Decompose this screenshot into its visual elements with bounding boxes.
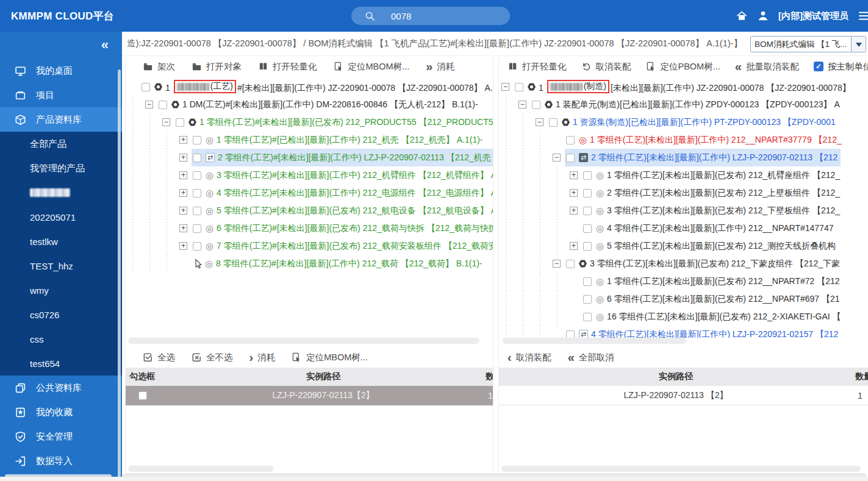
node-checkbox[interactable] xyxy=(193,207,201,215)
locate-mbom-tree-button[interactable]: 定位MBOM树... xyxy=(334,61,410,73)
sidebar-item-cs0726[interactable]: cs0726 xyxy=(0,302,122,327)
node-checkbox[interactable] xyxy=(583,242,592,251)
tree-node[interactable]: −1 装配单元(制造)[已检出][最新](工作中) ZPDY-000123 【Z… xyxy=(501,96,868,113)
sidebar-item-test654[interactable]: test654 xyxy=(0,351,122,376)
tree-node[interactable]: +◎5 零组件(工艺)[未检出][最新](已发布) 212_测控天线折叠机构 xyxy=(501,237,868,255)
batch-cancel-assembly-button[interactable]: «批量取消装配 xyxy=(735,61,799,73)
tree-node-body[interactable]: ◎4 零组件(工艺)[未检出][最新](工作中) 212__NPART#1477… xyxy=(582,219,836,237)
node-checkbox[interactable] xyxy=(583,224,592,233)
expand-toggle[interactable]: + xyxy=(179,189,187,197)
tree-node[interactable]: −1 (制造)[未检出][最新](工作中) JZ-220901-00078 【J… xyxy=(501,78,868,96)
collapse-toggle[interactable]: − xyxy=(162,118,170,126)
expand-toggle[interactable]: + xyxy=(570,171,578,179)
tree-node[interactable]: ⇄4 零组件(工艺)[未检出][最新](工作中) LZJ-P-220921-02… xyxy=(501,326,868,338)
current-user-label[interactable]: [内部]测试管理员 xyxy=(778,10,848,22)
cancel-assembly-button[interactable]: 取消装配 xyxy=(581,61,631,73)
tree-node-body[interactable]: ◎4 零组件(工艺)#[未检出][最新](工作中) 212_电源组件 【212_… xyxy=(192,184,493,202)
row-checkbox[interactable] xyxy=(138,391,147,400)
sidebar-item-public-library[interactable]: 公共资料库 xyxy=(0,376,122,400)
tree-node[interactable]: −1 DM(工艺)#[未检出][最新](工作中) DM-220816-00846… xyxy=(128,96,493,113)
search-input[interactable]: 0078 xyxy=(391,11,411,21)
expand-toggle[interactable]: + xyxy=(179,171,187,179)
tree-node-body[interactable]: 3 零组件(工艺)[未检出][最新](已发布) 212_下蒙皮组件 【212_下… xyxy=(565,255,843,273)
breadcrumb[interactable]: 造):JZ-220901-00078 【JZ-220901-00078】 / B… xyxy=(127,38,743,49)
tree-node[interactable]: ◎1 零组件(工艺)[未检出][最新](已发布) 212__NPART#72 【… xyxy=(501,273,868,290)
tree-node-body[interactable]: ◎1 零组件(工艺)#[已检出][最新](工作中) 212_机壳 【212_机壳… xyxy=(192,131,486,149)
tree-node-body[interactable]: ◎1 零组件(工艺)[未检出][最新](已发布) 212_机臂座组件 【212_ xyxy=(582,166,843,184)
open-lightweight-button[interactable]: 打开轻量化 xyxy=(258,61,317,73)
tree-node-body[interactable]: ◎3 零组件(工艺)#[未检出][最新](工作中) 212_机臂组件 【212_… xyxy=(192,166,493,184)
tree-node[interactable]: ◎16 零组件(工艺)[未检出][最新](已发布) 212_2-XIAKETI-… xyxy=(501,308,868,326)
cancel-all-button[interactable]: «全部取消 xyxy=(568,352,614,363)
tree-node[interactable]: +◎1 零组件(工艺)#[已检出][最新](工作中) 212_机壳 【212_机… xyxy=(128,131,493,149)
tree-node[interactable]: ◎1 零组件(工艺)[未检出][最新](工作中) 212__NPART#3777… xyxy=(501,131,868,149)
node-checkbox[interactable] xyxy=(583,189,592,198)
tree-node[interactable]: +◎4 零组件(工艺)#[未检出][最新](工作中) 212_电源组件 【212… xyxy=(128,184,493,202)
collapse-toggle[interactable]: − xyxy=(553,154,561,162)
left-panel-horizontal-scrollbar[interactable] xyxy=(128,466,490,472)
tree-node[interactable]: +◎1 零组件(工艺)[未检出][最新](已发布) 212_机臂座组件 【212… xyxy=(501,166,868,184)
node-checkbox[interactable] xyxy=(566,330,575,338)
tree-node[interactable]: +◎5 零组件(工艺)#[未检出][最新](已发布) 212_航电设备 【212… xyxy=(128,202,493,219)
expand-toggle[interactable]: + xyxy=(570,207,578,215)
node-checkbox[interactable] xyxy=(583,295,592,304)
tree-node-body[interactable]: ◎5 零组件(工艺)[未检出][最新](已发布) 212_测控天线折叠机构 xyxy=(582,237,839,255)
home-icon[interactable] xyxy=(736,10,748,22)
collapse-toggle[interactable]: − xyxy=(536,118,543,126)
tree-node[interactable]: −⇄2 零组件(工艺)[未检出][最新](工作中) LZJ-P-220907-0… xyxy=(501,149,868,166)
sidebar-collapse-button[interactable]: « xyxy=(0,32,122,59)
sidebar-item-wmy[interactable]: wmy xyxy=(0,278,122,302)
tree-node[interactable]: ◎6 零组件(工艺)[未检出][最新](已发布) 212__NPART#697 … xyxy=(501,290,868,308)
tree-node[interactable]: −1 零组件(工艺)#[未检出][最新](已发布) 212_PRODUCT55 … xyxy=(128,113,493,131)
tree-node-body[interactable]: ◎16 零组件(工艺)[未检出][最新](已发布) 212_2-XIAKETI-… xyxy=(582,308,844,326)
node-checkbox[interactable] xyxy=(193,136,201,144)
node-checkbox[interactable] xyxy=(532,101,540,109)
tree-node-body[interactable]: ◎3 零组件(工艺)[未检出][最新](已发布) 212_下壁板组件 【212_ xyxy=(582,202,843,219)
tree-node[interactable]: +◎7 零组件(工艺)#[未检出][最新](已发布) 212_载荷安装板组件 【… xyxy=(128,237,493,255)
node-checkbox[interactable] xyxy=(193,224,201,233)
tree-node-body[interactable]: ◎1 零组件(工艺)[未检出][最新](工作中) 212__NPART#3777… xyxy=(565,131,845,149)
sidebar-item-css[interactable]: css xyxy=(0,327,122,351)
collapse-toggle[interactable]: − xyxy=(553,260,561,268)
expand-toggle[interactable]: + xyxy=(179,207,187,215)
menu-icon[interactable] xyxy=(858,9,868,23)
open-lightweight-button[interactable]: 打开轻量化 xyxy=(508,61,567,73)
global-search[interactable]: 0078 xyxy=(351,7,510,25)
sidebar-vertical-scrollbar[interactable] xyxy=(118,69,121,481)
sortie-button[interactable]: 架次 xyxy=(143,61,175,73)
consume-button[interactable]: »消耗 xyxy=(426,61,454,73)
table-row[interactable]: LZJ-P-220907-02113 【2】 1 xyxy=(499,386,868,405)
tree-node-body[interactable]: ⇄2 零组件(工艺)[未检出][最新](工作中) LZJ-P-220907-02… xyxy=(565,149,841,166)
right-panel-horizontal-scrollbar[interactable] xyxy=(501,466,868,472)
tree-node-body[interactable]: ◎2 零组件(工艺)[未检出][最新](已发布) 212_上壁板组件 【212_ xyxy=(582,184,843,202)
sidebar-item-projects[interactable]: 项目 xyxy=(0,83,122,107)
left-tree-horizontal-scrollbar[interactable] xyxy=(128,338,490,344)
tree-node-body[interactable]: ◎6 零组件(工艺)[未检出][最新](已发布) 212__NPART#697 … xyxy=(582,290,843,308)
filter-by-main-unit-checkbox[interactable]: ✓按主制单位过滤 xyxy=(814,61,868,73)
collapse-toggle[interactable]: − xyxy=(145,101,153,109)
view-selector-dropdown[interactable]: BOM消耗式编辑 【1 飞... xyxy=(750,36,866,52)
tree-node[interactable]: −3 零组件(工艺)[未检出][最新](已发布) 212_下蒙皮组件 【212_… xyxy=(501,255,868,273)
tree-node[interactable]: +◎3 零组件(工艺)[未检出][最新](已发布) 212_下壁板组件 【212… xyxy=(501,202,868,219)
tree-node[interactable]: −1 资源集(制造)[已检出][最新](工作中) PT-ZPDY-000123 … xyxy=(501,113,868,131)
sidebar-item-202205071[interactable]: 202205071 xyxy=(0,205,122,229)
user-icon[interactable] xyxy=(757,10,769,22)
sidebar-item-my-favorites[interactable]: 我的收藏 xyxy=(0,400,122,424)
node-checkbox[interactable] xyxy=(583,313,592,321)
sidebar-item-censored[interactable] xyxy=(0,180,122,205)
tree-node[interactable]: ◎8 零组件(工艺)#[未检出][最新](工作中) 212_载荷 【212_载荷… xyxy=(128,255,493,273)
node-checkbox[interactable] xyxy=(193,242,201,251)
expand-toggle[interactable]: + xyxy=(570,242,578,250)
node-checkbox[interactable] xyxy=(583,171,592,180)
node-checkbox[interactable] xyxy=(549,118,558,127)
collapse-toggle[interactable]: − xyxy=(518,101,526,109)
node-checkbox[interactable] xyxy=(566,154,575,162)
tree-node-body[interactable]: ◎1 零组件(工艺)[未检出][最新](已发布) 212__NPART#72 【… xyxy=(582,273,843,290)
node-checkbox[interactable] xyxy=(583,207,592,215)
locate-mbom-tree-button[interactable]: 定位MBOM树... xyxy=(292,352,368,363)
chevron-down-icon[interactable] xyxy=(851,37,866,52)
sidebar-item-my-desktop[interactable]: 我的桌面 xyxy=(0,59,122,83)
tree-node-body[interactable]: ◎7 零组件(工艺)#[未检出][最新](已发布) 212_载荷安装板组件 【2… xyxy=(192,237,493,255)
tree-node-body[interactable]: ⇄4 零组件(工艺)[未检出][最新](工作中) LZJ-P-220921-02… xyxy=(565,326,841,338)
node-checkbox[interactable] xyxy=(566,136,575,144)
